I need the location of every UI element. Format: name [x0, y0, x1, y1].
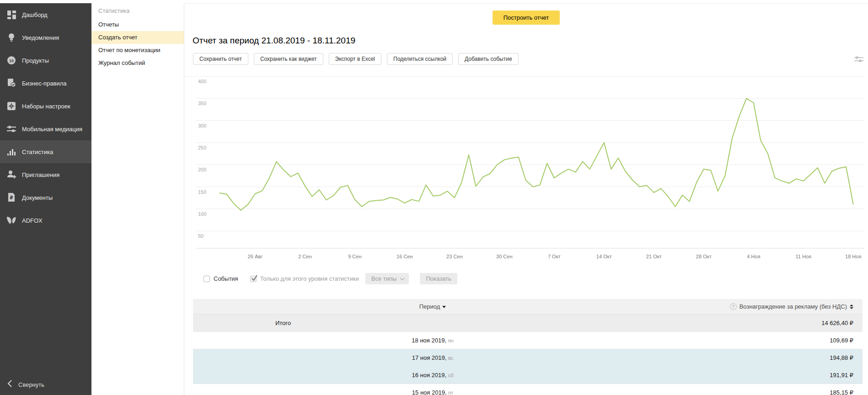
svg-text:14 Окт: 14 Окт	[596, 254, 612, 259]
svg-text:200: 200	[198, 167, 206, 172]
svg-text:7 Окт: 7 Окт	[548, 254, 561, 259]
page: Дашборд Уведомления 10 Продукты Бизнес-п…	[0, 0, 868, 395]
sidebar-item-dashboard[interactable]: Дашборд	[0, 3, 91, 26]
sidebar-collapse-button[interactable]: Свернуть	[0, 377, 91, 392]
table-row: 17 ноя 2019, вс 194,88 ₽	[193, 349, 863, 367]
events-controls: События Только для этого уровня статисти…	[204, 273, 457, 284]
dashboard-icon	[6, 10, 16, 19]
sidebar-item-label: Документы	[22, 194, 53, 201]
svg-text:₽: ₽	[10, 195, 13, 200]
statistics-level-label: Только для этого уровня статистики	[260, 275, 359, 282]
sidebar-item-setting-sets[interactable]: Наборы настроек	[0, 95, 91, 117]
build-report-row: Построить отчет	[184, 11, 868, 25]
events-checkbox-label: События	[214, 275, 238, 282]
sort-icon	[850, 304, 853, 309]
save-as-widget-button[interactable]: Сохранить как виджет	[254, 53, 323, 65]
bar-chart-icon	[6, 147, 16, 156]
sidebar-item-label: Наборы настроек	[22, 103, 70, 110]
row-date: 16 ноя 2019,	[412, 372, 446, 379]
sidebar-item-mobile-mediation[interactable]: Мобильная медиация	[0, 117, 91, 140]
svg-text:21 Окт: 21 Окт	[646, 254, 662, 259]
sidebar-item-business-rules[interactable]: Бизнес-правила	[0, 72, 91, 95]
chevron-down-icon	[400, 276, 405, 280]
sidebar-item-documents[interactable]: ₽ Документы	[0, 186, 91, 209]
row-value: 185,15 ₽	[672, 389, 863, 395]
svg-text:30 Сен: 30 Сен	[496, 254, 512, 259]
svg-text:23 Сен: 23 Сен	[446, 254, 462, 259]
sidebar-item-label: Дашборд	[22, 11, 48, 18]
products-badge-icon: 10	[6, 56, 16, 65]
svg-text:4 Ноя: 4 Ноя	[747, 254, 760, 259]
save-report-button[interactable]: Сохранить отчет	[193, 53, 248, 65]
reward-column-header[interactable]: ? Вознаграждение за рекламу (без НДС)	[672, 303, 863, 310]
sidebar-item-label: Мобильная медиация	[22, 126, 82, 133]
row-weekday: вс	[448, 355, 453, 361]
event-types-dropdown[interactable]: Все типы	[365, 273, 409, 284]
svg-text:11 Ноя: 11 Ноя	[795, 254, 811, 259]
chevron-left-icon	[7, 380, 12, 389]
sidebar-item-label: Приглашения	[22, 171, 59, 178]
document-ruble-icon: ₽	[6, 193, 16, 202]
add-event-button[interactable]: Добавить событие	[458, 53, 519, 65]
sidebar-item-label: Уведомления	[22, 34, 59, 41]
build-report-button[interactable]: Построить отчет	[493, 11, 560, 25]
sidebar-item-label: ADFOX	[22, 217, 43, 224]
report-table: Период ? Вознаграждение за рекламу (без …	[193, 299, 863, 395]
sliders-icon	[6, 124, 16, 133]
main-content: Построить отчет Отчет за период 21.08.20…	[184, 3, 868, 395]
sidebar-item-adfox[interactable]: ADFOX	[0, 209, 91, 232]
sidebar: Дашборд Уведомления 10 Продукты Бизнес-п…	[0, 3, 91, 395]
lightbulb-icon	[6, 33, 16, 42]
row-date: 18 ноя 2019,	[412, 337, 446, 344]
adfox-icon	[6, 216, 16, 225]
report-toolbar: Сохранить отчет Сохранить как виджет Экс…	[193, 53, 519, 65]
export-excel-button[interactable]: Экспорт в Excel	[329, 53, 381, 65]
submenu-item-reports[interactable]: Отчеты	[91, 18, 184, 31]
share-link-button[interactable]: Поделиться ссылкой	[387, 53, 453, 65]
sort-desc-icon	[442, 306, 446, 308]
help-icon[interactable]: ?	[730, 303, 737, 310]
svg-text:300: 300	[198, 123, 206, 128]
row-value: 194,88 ₽	[672, 354, 863, 361]
table-header-row: Период ? Вознаграждение за рекламу (без …	[193, 299, 863, 315]
svg-text:350: 350	[198, 101, 206, 106]
submenu-item-monetization-report[interactable]: Отчет по монетизации	[91, 44, 184, 57]
sidebar-item-label: Статистика	[22, 149, 53, 155]
row-weekday: пт	[448, 390, 453, 395]
table-row: 16 ноя 2019, сб 191,91 ₽	[193, 367, 863, 384]
table-total-row: Итого 14 626,40 ₽	[193, 315, 863, 332]
row-date: 15 ноя 2019,	[412, 389, 447, 395]
row-value: 109,69 ₽	[672, 337, 863, 344]
svg-text:250: 250	[198, 145, 206, 150]
svg-text:9 Сен: 9 Сен	[348, 254, 361, 259]
period-column-header[interactable]: Период	[193, 303, 672, 310]
table-row: 15 ноя 2019, пт 185,15 ₽	[193, 384, 863, 395]
settings-box-icon	[6, 101, 16, 111]
submenu-item-create-report[interactable]: Создать отчет	[91, 31, 184, 44]
row-date: 17 ноя 2019,	[412, 354, 447, 361]
svg-text:2 Сен: 2 Сен	[298, 254, 311, 259]
statistics-submenu: Статистика Отчеты Создать отчет Отчет по…	[91, 3, 184, 395]
svg-text:10: 10	[9, 59, 14, 63]
svg-text:26 Авг: 26 Авг	[248, 254, 263, 259]
svg-text:28 Окт: 28 Окт	[696, 254, 712, 259]
report-period-title: Отчет за период 21.08.2019 - 18.11.2019	[193, 36, 355, 46]
sidebar-item-invitations[interactable]: Приглашения	[0, 163, 91, 186]
sidebar-item-notifications[interactable]: Уведомления	[0, 26, 91, 49]
svg-text:400: 400	[198, 79, 206, 84]
events-checkbox[interactable]	[204, 276, 210, 282]
chart-settings-icon[interactable]	[853, 55, 864, 64]
svg-text:50: 50	[198, 233, 204, 239]
sidebar-item-label: Бизнес-правила	[22, 80, 66, 87]
total-value: 14 626,40 ₽	[373, 320, 863, 326]
sidebar-item-products[interactable]: 10 Продукты	[0, 49, 91, 72]
svg-text:100: 100	[198, 211, 206, 217]
total-label: Итого	[193, 320, 373, 326]
row-value: 191,91 ₽	[672, 372, 863, 379]
statistics-level-checkbox[interactable]	[250, 276, 257, 282]
show-events-button[interactable]: Показать	[420, 273, 457, 284]
sidebar-item-statistics[interactable]: Статистика	[0, 140, 91, 163]
submenu-item-event-log[interactable]: Журнал событий	[91, 57, 184, 69]
svg-text:16 Сен: 16 Сен	[396, 254, 413, 259]
document-check-icon	[6, 79, 16, 88]
